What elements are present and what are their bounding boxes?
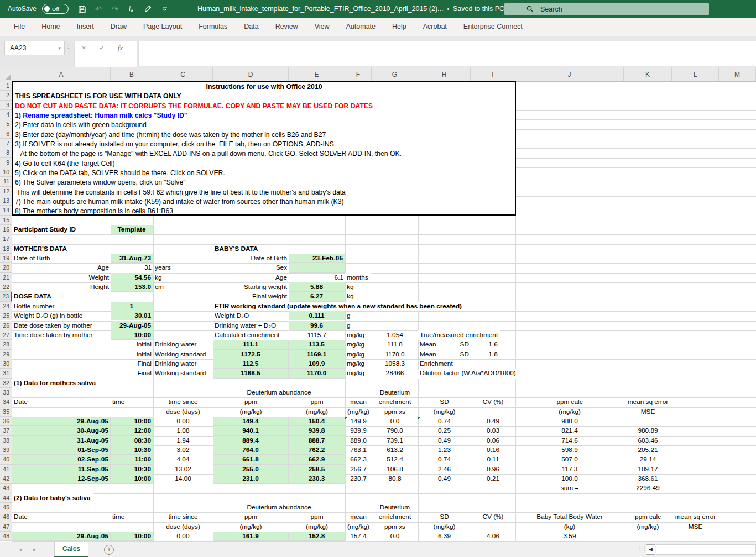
cell-F34[interactable]: mean [345,397,372,407]
row-header-5[interactable]: 5 [0,119,12,129]
cell-E26[interactable]: 99.6 [289,321,345,330]
cell-D19[interactable]: Date of Birth [213,254,289,263]
ribbon-tab-formulas[interactable]: Formulas [190,18,236,36]
cell-E38[interactable]: 888.7 [289,436,345,445]
cell-E48[interactable]: 152.8 [289,532,345,541]
cell-C48[interactable]: 0.00 [153,532,213,541]
column-header-A[interactable]: A [12,67,111,81]
row-header-3[interactable]: 3 [0,101,12,110]
row-header-13[interactable]: 13 [0,196,12,206]
cell-D23[interactable]: Final weight [213,292,289,301]
cell-C35[interactable]: dose (days) [153,407,213,417]
cell-J42[interactable]: 100.0 [515,474,624,484]
cell-A16[interactable]: Participant Study ID [12,225,111,234]
name-box[interactable]: AA23 ▾ [4,41,65,55]
cell-F36[interactable]: 149.9 [345,417,372,426]
row-header-18[interactable]: 18 [0,244,12,254]
cell-D38[interactable]: 889.4 [213,436,289,445]
cell-B46[interactable]: time [111,512,153,522]
row-header-31[interactable]: 31 [0,369,12,378]
cell-F40[interactable]: 662.3 [345,455,372,464]
cell-K46[interactable]: ppm calc [624,512,672,522]
row-header-32[interactable]: 32 [0,379,12,388]
cell-E47[interactable]: (mg/kg) [289,522,345,532]
cell-K39[interactable]: 205.21 [624,445,672,455]
cell-A13[interactable]: 7) The main outputs are human milk intak… [13,197,515,207]
ribbon-tab-file[interactable]: File [6,18,33,36]
row-header-35[interactable]: 35 [0,407,12,417]
column-header-K[interactable]: K [624,67,672,81]
cell-K37[interactable]: 980.89 [624,426,672,435]
ribbon-tab-data[interactable]: Data [236,18,267,36]
cell-C21[interactable]: kg [153,273,213,282]
cell-A14[interactable]: 8) The mother's body composition is in c… [13,207,515,216]
cell-B48[interactable]: 10:00 [111,532,153,541]
row-header-28[interactable]: 28 [0,340,12,349]
cell-B20[interactable]: 31 [111,263,153,272]
cell-H40[interactable]: 0.74 [418,455,471,464]
cell-G33[interactable]: Deuterium [372,388,418,397]
cell-K40[interactable]: 29.14 [624,455,672,464]
ribbon-tab-review[interactable]: Review [267,18,306,36]
row-header-16[interactable]: 16 [0,225,12,234]
cell-A25[interactable]: Weight D₂O (g) in bottle [12,311,111,320]
cell-H27[interactable]: True/measured enrichment [418,330,500,340]
ribbon-tab-help[interactable]: Help [384,18,415,36]
row-header-7[interactable]: 7 [0,139,12,148]
cell-H35[interactable]: (mg/kg) [418,407,471,417]
row-header-38[interactable]: 38 [0,436,12,445]
cell-L47[interactable]: MSE [672,522,719,532]
cell-E39[interactable]: 762.2 [289,445,345,455]
cell-D41[interactable]: 255.0 [213,465,289,474]
cell-J38[interactable]: 714.6 [515,436,624,445]
cell-B36[interactable]: 10:00 [111,417,153,426]
cell-H38[interactable]: 0.49 [418,436,471,445]
cell-J39[interactable]: 598.9 [515,445,624,455]
cell-B19[interactable]: 31-Aug-73 [111,254,153,263]
cell-J40[interactable]: 507.0 [515,455,624,464]
add-sheet-button[interactable]: + [104,545,114,555]
cell-G40[interactable]: 512.4 [372,455,418,464]
column-header-G[interactable]: G [372,67,418,81]
cell-D42[interactable]: 231.0 [213,474,289,484]
cell-K41[interactable]: 109.17 [624,465,672,474]
row-header-25[interactable]: 25 [0,311,12,320]
cell-D31[interactable]: 1168.5 [213,369,289,378]
cell-G41[interactable]: 106.8 [372,465,418,474]
cell-D24[interactable]: FTIR working standard (update weights wh… [213,302,465,311]
ribbon-tab-view[interactable]: View [306,18,338,36]
cell-A11[interactable]: 6) The Solver parameters window opens, c… [13,178,515,187]
cell-A20[interactable]: Age [12,263,111,272]
cell-H47[interactable]: (mg/kg) [418,522,471,532]
cell-A38[interactable]: 31-Aug-05 [12,436,111,445]
cell-G39[interactable]: 613.2 [372,445,418,455]
row-header-8[interactable]: 8 [0,148,12,157]
cell-E34[interactable]: ppm [289,397,345,407]
search-input[interactable]: Search [504,3,709,15]
column-header-E[interactable]: E [289,67,345,81]
cell-F41[interactable]: 256.7 [345,465,372,474]
cell-F35[interactable]: (mg/kg) [345,407,372,417]
cell-A9[interactable]: 4) Go to cell K64 (the Target Cell) [13,159,515,169]
cell-A48[interactable]: 29-Aug-05 [12,532,111,541]
row-header-42[interactable]: 42 [0,474,12,484]
cell-J41[interactable]: 117.3 [515,465,624,474]
cell-E25[interactable]: 0.111 [289,311,345,320]
cell-H41[interactable]: 2.46 [418,465,471,474]
tabbar-resize-handle[interactable]: ⋮⋮ [636,545,647,553]
cell-C38[interactable]: 1.94 [153,436,213,445]
cell-I38[interactable]: 0.06 [471,436,515,445]
column-header-D[interactable]: D [213,67,289,81]
cell-K34[interactable]: mean sq error [624,397,672,407]
row-header-46[interactable]: 46 [0,512,12,522]
cell-K47[interactable]: (mg/kg) [624,522,672,532]
row-header-2[interactable]: 2 [0,91,12,100]
cell-B27[interactable]: 10:00 [111,330,153,340]
row-header-9[interactable]: 9 [0,158,12,167]
cell-B16[interactable]: Template [111,225,153,234]
cell-C40[interactable]: 4.04 [153,455,213,464]
cell-D30[interactable]: 112.5 [213,359,289,369]
cell-E27[interactable]: 1115.7 [289,330,345,340]
cell-D40[interactable]: 661.8 [213,455,289,464]
cell-G46[interactable]: enrichment [372,512,418,522]
